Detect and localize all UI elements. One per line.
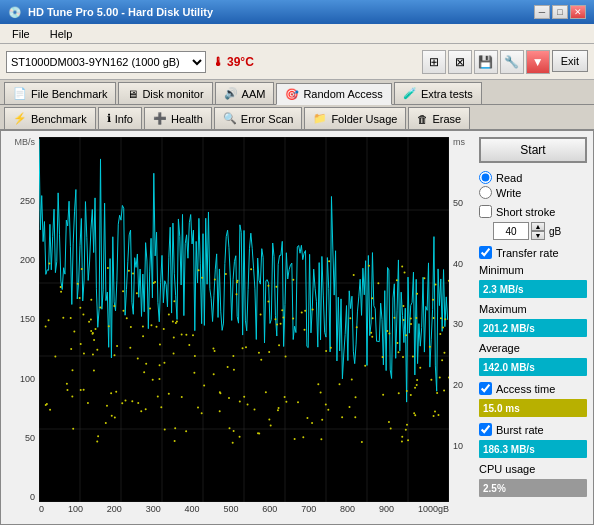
tabs-row-1: 📄 File Benchmark 🖥 Disk monitor 🔊 AAM 🎯 …	[0, 80, 594, 105]
thermometer-icon: 🌡	[212, 55, 224, 69]
app-title: HD Tune Pro 5.00 - Hard Disk Utility	[28, 6, 213, 18]
menu-file[interactable]: File	[8, 28, 34, 40]
benchmark-tab-icon: ⚡	[13, 112, 27, 125]
minimum-value-bar: 2.3 MB/s	[479, 280, 587, 298]
tab-random-access[interactable]: 🎯 Random Access	[276, 83, 391, 105]
tab-file-benchmark[interactable]: 📄 File Benchmark	[4, 82, 116, 104]
transfer-rate-label: Transfer rate	[496, 247, 559, 259]
tab-aam[interactable]: 🔊 AAM	[215, 82, 275, 104]
write-label: Write	[496, 187, 521, 199]
cpu-usage-label: CPU usage	[479, 463, 587, 475]
short-stroke-checkbox-label[interactable]: Short stroke	[479, 205, 587, 218]
spinbox-input[interactable]	[493, 222, 529, 240]
aam-icon: 🔊	[224, 87, 238, 100]
short-stroke-label: Short stroke	[496, 206, 555, 218]
transfer-rate-checkbox[interactable]	[479, 246, 492, 259]
minimum-value: 2.3 MB/s	[483, 284, 524, 295]
extra-tests-icon: 🧪	[403, 87, 417, 100]
file-benchmark-icon: 📄	[13, 87, 27, 100]
access-time-value: 15.0 ms	[483, 403, 520, 414]
minimum-label: Minimum	[479, 264, 587, 276]
tab-health[interactable]: ➕ Health	[144, 107, 212, 129]
access-time-label: Access time	[496, 383, 555, 395]
spin-down-button[interactable]: ▼	[531, 231, 545, 240]
random-access-icon: 🎯	[285, 88, 299, 101]
menu-help[interactable]: Help	[46, 28, 77, 40]
average-value: 142.0 MB/s	[483, 362, 535, 373]
y-left-title: MB/s	[14, 137, 35, 147]
temperature-value: 39°C	[227, 55, 254, 69]
mode-radio-group: Read Write	[479, 171, 587, 199]
read-label: Read	[496, 172, 522, 184]
window-controls: ─ □ ✕	[534, 5, 586, 19]
spinbox-unit: gB	[549, 226, 561, 237]
transfer-rate-checkbox-label[interactable]: Transfer rate	[479, 246, 587, 259]
toolbar-icon-2[interactable]: ⊠	[448, 50, 472, 74]
disk-monitor-icon: 🖥	[127, 88, 138, 100]
toolbar-icon-1[interactable]: ⊞	[422, 50, 446, 74]
toolbar-icon-group: ⊞ ⊠ 💾 🔧 ▼ Exit	[422, 50, 588, 74]
chart-canvas	[39, 137, 449, 502]
read-radio-label[interactable]: Read	[479, 171, 587, 184]
error-scan-icon: 🔍	[223, 112, 237, 125]
burst-rate-checkbox-label[interactable]: Burst rate	[479, 423, 587, 436]
main-content: MB/s 250 200 150 100 50 0 ms 50 40 30 20…	[0, 130, 594, 525]
burst-rate-checkbox[interactable]	[479, 423, 492, 436]
chart-wrapper: MB/s 250 200 150 100 50 0 ms 50 40 30 20…	[7, 137, 473, 518]
access-time-value-bar: 15.0 ms	[479, 399, 587, 417]
x-axis-labels: 0 100 200 300 400 500 600 700 800 900 10…	[39, 504, 449, 518]
toolbar-icon-3[interactable]: 💾	[474, 50, 498, 74]
access-time-checkbox-label[interactable]: Access time	[479, 382, 587, 395]
maximum-label: Maximum	[479, 303, 587, 315]
health-tab-icon: ➕	[153, 112, 167, 125]
title-bar: 💿 HD Tune Pro 5.00 - Hard Disk Utility ─…	[0, 0, 594, 24]
burst-rate-label: Burst rate	[496, 424, 544, 436]
tab-extra-tests[interactable]: 🧪 Extra tests	[394, 82, 482, 104]
tab-erase[interactable]: 🗑 Erase	[408, 107, 470, 129]
write-radio-label[interactable]: Write	[479, 186, 587, 199]
spin-up-button[interactable]: ▲	[531, 222, 545, 231]
right-panel: Start Read Write Short stroke ▲ ▼ gB	[473, 131, 593, 524]
y-axis-right: ms 50 40 30 20 10	[451, 137, 473, 502]
access-time-checkbox[interactable]	[479, 382, 492, 395]
average-label: Average	[479, 342, 587, 354]
chart-canvas-area	[39, 137, 449, 502]
folder-usage-icon: 📁	[313, 112, 327, 125]
temperature-display: 🌡 39°C	[212, 55, 254, 69]
cpu-usage-value-bar: 2.5%	[479, 479, 587, 497]
toolbar-icon-4[interactable]: 🔧	[500, 50, 524, 74]
tab-folder-usage[interactable]: 📁 Folder Usage	[304, 107, 406, 129]
spinbox-row: ▲ ▼ gB	[493, 222, 587, 240]
maximum-value-bar: 201.2 MB/s	[479, 319, 587, 337]
maximize-button[interactable]: □	[552, 5, 568, 19]
close-button[interactable]: ✕	[570, 5, 586, 19]
tabs-row-2: ⚡ Benchmark ℹ Info ➕ Health 🔍 Error Scan…	[0, 105, 594, 130]
tab-benchmark[interactable]: ⚡ Benchmark	[4, 107, 96, 129]
spin-buttons: ▲ ▼	[531, 222, 545, 240]
write-radio[interactable]	[479, 186, 492, 199]
disk-selector[interactable]: ST1000DM003-9YN162 (1000 gB)	[6, 51, 206, 73]
tab-error-scan[interactable]: 🔍 Error Scan	[214, 107, 303, 129]
minimize-button[interactable]: ─	[534, 5, 550, 19]
cpu-usage-value: 2.5%	[483, 483, 506, 494]
start-button[interactable]: Start	[479, 137, 587, 163]
tab-info[interactable]: ℹ Info	[98, 107, 142, 129]
menu-bar: File Help	[0, 24, 594, 44]
burst-rate-value: 186.3 MB/s	[483, 444, 535, 455]
y-axis-left: MB/s 250 200 150 100 50 0	[7, 137, 37, 502]
short-stroke-checkbox[interactable]	[479, 205, 492, 218]
y-right-title: ms	[453, 137, 465, 147]
exit-button[interactable]: Exit	[552, 50, 588, 72]
tab-disk-monitor[interactable]: 🖥 Disk monitor	[118, 82, 212, 104]
toolbar: ST1000DM003-9YN162 (1000 gB) 🌡 39°C ⊞ ⊠ …	[0, 44, 594, 80]
erase-tab-icon: 🗑	[417, 113, 428, 125]
info-tab-icon: ℹ	[107, 112, 111, 125]
maximum-value: 201.2 MB/s	[483, 323, 535, 334]
app-icon: 💿	[8, 6, 22, 19]
average-value-bar: 142.0 MB/s	[479, 358, 587, 376]
burst-rate-value-bar: 186.3 MB/s	[479, 440, 587, 458]
read-radio[interactable]	[479, 171, 492, 184]
toolbar-icon-5[interactable]: ▼	[526, 50, 550, 74]
